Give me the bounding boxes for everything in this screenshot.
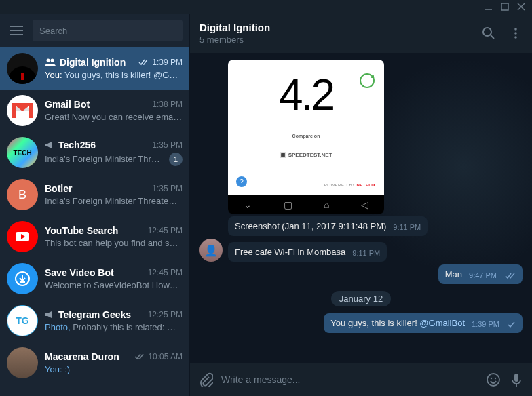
svg-point-14 [514, 32, 517, 35]
sent-check-icon [508, 321, 516, 328]
svg-point-13 [514, 28, 517, 31]
date-separator: January 12 [331, 291, 391, 306]
chat-preview: You: You guys, this is killer! @Gm… [45, 70, 183, 80]
search-input-wrap[interactable] [33, 20, 183, 41]
back-icon: ◁ [361, 199, 368, 210]
chat-preview: India's Foreign Minister Threate… [45, 196, 183, 206]
chat-item-gmail-bot[interactable]: Gmail Bot 1:38 PM Great! Now you can rec… [0, 90, 189, 132]
chat-item-macarena[interactable]: Macarena Duron 10:05 AM You: :) [0, 342, 189, 384]
message-text: You guys, this is killer! @GmailBot [330, 318, 465, 328]
avatar [7, 221, 38, 252]
message-text: Man [445, 269, 462, 279]
chat-item-youtube[interactable]: YouTube Search 12:45 PM This bot can hel… [0, 216, 189, 258]
svg-line-12 [491, 35, 494, 39]
phone-nav-bar: ⌄ ▢ ⌂ ◁ [228, 195, 384, 214]
chat-item-tech256[interactable]: TECH Tech256 1:35 PM India's Foreign Min… [0, 132, 189, 174]
avatar [7, 53, 38, 84]
chat-time: 12:25 PM [148, 310, 183, 319]
chat-preview: You: :) [45, 364, 183, 374]
speedtest-compare: Compare on [292, 134, 320, 138]
hamburger-menu[interactable] [7, 21, 26, 40]
speedtest-value: 4.2 [279, 70, 333, 120]
avatar [7, 347, 38, 378]
svg-point-17 [491, 378, 492, 379]
message-bubble-out[interactable]: Man 9:47 PM [438, 264, 522, 284]
chat-time: 1:35 PM [152, 140, 183, 150]
read-check-icon [138, 59, 148, 66]
chevron-down-icon: ⌄ [244, 199, 252, 210]
attach-icon[interactable] [198, 372, 213, 387]
avatar [7, 263, 38, 294]
message-bubble[interactable]: Screenshot (Jan 11, 2017 9:11:48 PM) 9:1… [228, 216, 428, 236]
image-message[interactable]: 4.2 Compare on 🔳 SPEEDTEST.NET ? POWERED… [228, 60, 384, 214]
chat-preview: Welcome to SaveVideoBot How… [45, 280, 183, 290]
avatar[interactable]: 👤 [200, 239, 223, 262]
chat-header[interactable]: Digital Ignition 5 members [190, 14, 532, 53]
chat-item-savevideo[interactable]: Save Video Bot 12:45 PM Welcome to SaveV… [0, 258, 189, 300]
chat-item-telegram-geeks[interactable]: TG Telegram Geeks 12:25 PM Photo, Probab… [0, 300, 189, 342]
chat-list: Digital Ignition 1:39 PM You: You guys, … [0, 47, 189, 396]
refresh-icon [360, 73, 375, 88]
speedtest-site: 🔳 SPEEDTEST.NET [280, 152, 332, 158]
message-bubble-out[interactable]: You guys, this is killer! @GmailBot 1:39… [324, 313, 522, 333]
message-input[interactable] [221, 374, 478, 385]
svg-point-11 [483, 28, 491, 36]
chat-preview: India's Foreign Minister Thre… [45, 154, 165, 164]
main-panel: Digital Ignition 5 members 4.2 Compare o… [190, 14, 532, 396]
chat-preview: Great! Now you can receive ema… [45, 112, 183, 122]
svg-point-8 [51, 59, 54, 62]
avatar: B [7, 179, 38, 210]
chat-name: Gmail Bot [45, 99, 148, 110]
more-icon[interactable] [509, 26, 522, 40]
close-icon[interactable] [517, 3, 525, 11]
read-check-icon [134, 353, 144, 360]
svg-point-7 [47, 59, 50, 62]
header-title: Digital Ignition [200, 22, 482, 33]
avatar [7, 95, 38, 126]
chat-name: YouTube Search [45, 225, 144, 236]
chat-time: 10:05 AM [148, 352, 183, 361]
chat-name: Botler [45, 183, 148, 194]
chat-name: Telegram Geeks [58, 309, 144, 320]
unread-badge: 1 [169, 153, 183, 166]
search-input[interactable] [39, 26, 176, 36]
mention[interactable]: @GmailBot [419, 318, 465, 328]
chat-item-digital-ignition[interactable]: Digital Ignition 1:39 PM You: You guys, … [0, 47, 189, 90]
chat-preview: Photo, Probably this is related: … [45, 322, 183, 332]
message-text: Free cafe Wi-Fi in Mombasa [235, 247, 345, 257]
powered-by: POWERED BY NETFLIX [324, 183, 376, 187]
minimize-icon[interactable] [484, 3, 493, 11]
megaphone-icon [45, 311, 54, 319]
chat-name: Save Video Bot [45, 267, 144, 278]
chat-time: 1:39 PM [152, 58, 183, 67]
square-icon: ▢ [284, 199, 292, 210]
message-time: 9:47 PM [469, 271, 497, 279]
emoji-icon[interactable] [486, 372, 501, 387]
chat-name: Macarena Duron [45, 351, 130, 362]
svg-rect-19 [514, 374, 518, 382]
message-composer [190, 363, 532, 396]
svg-rect-1 [501, 3, 508, 10]
header-subtitle: 5 members [200, 35, 482, 45]
help-icon: ? [236, 176, 247, 187]
message-list: 4.2 Compare on 🔳 SPEEDTEST.NET ? POWERED… [190, 53, 532, 363]
megaphone-icon [45, 141, 54, 149]
message-time: 1:39 PM [472, 320, 499, 328]
read-check-icon [505, 273, 516, 279]
search-icon[interactable] [482, 26, 495, 40]
chat-item-botler[interactable]: B Botler 1:35 PM India's Foreign Ministe… [0, 174, 189, 216]
svg-point-16 [487, 374, 499, 386]
message-time: 9:11 PM [352, 249, 380, 257]
avatar: TECH [7, 137, 38, 168]
message-text: Screenshot (Jan 11, 2017 9:11:48 PM) [235, 221, 386, 231]
home-icon: ⌂ [324, 199, 329, 210]
group-icon [45, 58, 56, 66]
maximize-icon[interactable] [501, 3, 509, 11]
chat-time: 1:38 PM [152, 100, 183, 109]
sidebar: Digital Ignition 1:39 PM You: You guys, … [0, 14, 190, 396]
message-bubble[interactable]: Free cafe Wi-Fi in Mombasa 9:11 PM [228, 242, 387, 262]
mic-icon[interactable] [509, 372, 524, 387]
chat-name: Digital Ignition [60, 57, 134, 68]
avatar: TG [7, 305, 38, 336]
chat-time: 12:45 PM [148, 268, 183, 277]
